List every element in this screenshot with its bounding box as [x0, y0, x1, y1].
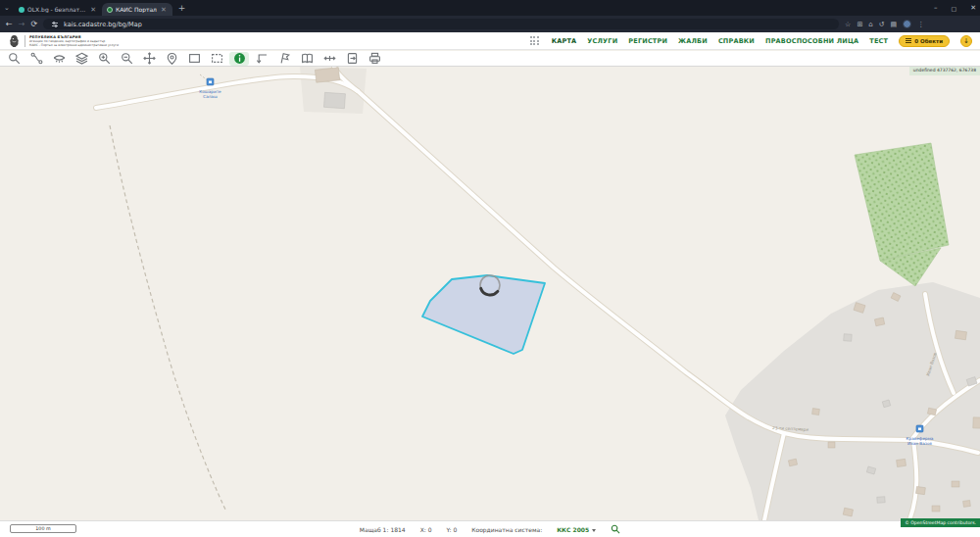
olx-favicon	[19, 7, 24, 13]
history-icon[interactable]: ↺	[879, 21, 885, 28]
close-tab-icon[interactable]: ✕	[160, 6, 168, 14]
location-pin-icon	[166, 52, 178, 65]
info-tool-button[interactable]	[229, 52, 249, 66]
forward-button[interactable]: →	[19, 20, 25, 28]
select-area-tool-button[interactable]	[207, 52, 226, 66]
x-coordinate: X: 0	[420, 526, 432, 533]
logo-line-3: КАИС - Портал за електронни администрати…	[29, 43, 119, 47]
download-objects-button[interactable]: ↓	[960, 35, 972, 47]
portal-header: РЕПУБЛИКА БЪЛГАРИЯ Агенция по геодезия, …	[0, 32, 980, 50]
tab-list-chevron-icon[interactable]: ⌄	[0, 4, 14, 12]
split-tool-button[interactable]	[319, 52, 339, 66]
identify-neighbors-tool-button[interactable]	[252, 52, 271, 66]
main-navigation: КАРТА УСЛУГИ РЕГИСТРИ ЖАЛБИ СПРАВКИ ПРАВ…	[530, 35, 972, 47]
profile-avatar[interactable]	[903, 20, 911, 28]
zoom-out-tool-button[interactable]	[117, 52, 136, 66]
eye-icon	[53, 52, 66, 65]
browser-address-bar: ← → ⟳ kais.cadastre.bg/bg/Map ☆ ⊞ ⌂ ↺ ▤ …	[0, 16, 980, 32]
y-coordinate: Y: 0	[447, 526, 458, 533]
document-export-tool-button[interactable]	[342, 52, 362, 66]
printer-icon	[368, 52, 381, 65]
nav-item-spravki[interactable]: СПРАВКИ	[718, 37, 755, 45]
select-rectangle-tool-button[interactable]	[184, 52, 204, 66]
map-toolbar	[0, 51, 980, 67]
layers-icon	[75, 52, 88, 65]
browser-menu-kebab-icon[interactable]: ⋮	[917, 21, 924, 28]
browser-tab-bar: ⌄ OLX.bg - безплатни обяви ✕ КАИС Портал…	[0, 0, 980, 16]
legend-book-tool-button[interactable]	[297, 52, 317, 66]
app-window: ⌄ OLX.bg - безплатни обяви ✕ КАИС Портал…	[0, 0, 980, 537]
layers-tool-button[interactable]	[72, 52, 91, 66]
info-icon	[233, 52, 246, 65]
nav-item-test[interactable]: ТЕСТ	[869, 37, 888, 45]
url-text: kais.cadastre.bg/bg/Map	[64, 21, 142, 28]
agency-logo[interactable]: РЕПУБЛИКА БЪЛГАРИЯ Агенция по геодезия, …	[8, 34, 119, 48]
map-graphics: 23-ти септември Иван Вазов Кошарите Сала…	[0, 67, 980, 520]
reading-list-icon[interactable]: ▤	[891, 21, 898, 28]
open-book-icon	[301, 52, 314, 65]
close-window-button[interactable]: ✕	[970, 4, 976, 12]
search-tool-button[interactable]	[4, 52, 24, 66]
coordinate-search-icon[interactable]	[611, 524, 620, 534]
back-button[interactable]: ←	[6, 20, 13, 28]
crs-label: Координатна система:	[471, 526, 542, 533]
mouse-coordinates: undefined 4737762, 676738	[909, 67, 980, 75]
reload-button[interactable]: ⟳	[30, 20, 37, 28]
minimize-window-button[interactable]: –	[934, 4, 938, 12]
objects-button-label: 0 Обекти	[914, 38, 943, 44]
kais-favicon	[107, 7, 113, 13]
svg-text:Иван Вазов: Иван Вазов	[907, 441, 932, 446]
zoom-out-icon	[121, 52, 133, 65]
tab-kais[interactable]: КАИС Портал ✕	[102, 3, 172, 16]
nav-item-zhalbi[interactable]: ЖАЛБИ	[678, 37, 708, 45]
nav-item-karta[interactable]: КАРТА	[552, 37, 577, 45]
rectangle-icon	[188, 52, 201, 65]
coat-of-arms-icon	[8, 34, 21, 48]
crs-value: ККС 2005	[557, 526, 589, 533]
nav-item-pravosposobni-litsa[interactable]: ПРАВОСПОСОБНИ ЛИЦА	[765, 37, 858, 45]
scale-bar: 100 m	[10, 524, 76, 533]
apps-grid-icon[interactable]	[530, 36, 539, 45]
crs-selector[interactable]: ККС 2005	[557, 526, 596, 533]
pan-tool-button[interactable]	[139, 52, 159, 66]
tab-olx[interactable]: OLX.bg - безплатни обяви ✕	[14, 3, 102, 16]
zoom-in-icon	[98, 52, 111, 65]
flag-tool-button[interactable]	[274, 52, 294, 66]
document-export-icon	[346, 52, 359, 65]
map-canvas[interactable]: undefined 4737762, 676738	[0, 67, 980, 520]
pan-icon	[143, 52, 156, 65]
split-icon	[323, 52, 336, 65]
search-icon	[8, 52, 21, 65]
zoom-in-tool-button[interactable]	[94, 52, 114, 66]
chevron-down-icon	[592, 529, 596, 532]
flag-icon	[278, 52, 291, 65]
extension-icon-2[interactable]: ⌂	[868, 21, 872, 28]
bookmark-star-icon[interactable]: ☆	[845, 21, 851, 28]
maximize-window-button[interactable]: ▢	[951, 5, 956, 12]
site-settings-icon[interactable]	[51, 21, 59, 28]
route-icon	[30, 52, 43, 65]
hamburger-icon	[906, 38, 911, 44]
tab-title: OLX.bg - безплатни обяви	[27, 6, 86, 13]
objects-button[interactable]: 0 Обекти	[899, 35, 950, 47]
osm-attribution[interactable]: © OpenStreetMap contributors.	[901, 518, 980, 527]
scale-readout: Мащаб 1: 1814	[360, 526, 406, 533]
location-pin-tool-button[interactable]	[162, 52, 181, 66]
close-tab-icon[interactable]: ✕	[89, 6, 97, 14]
tab-title: КАИС Портал	[116, 6, 157, 13]
print-tool-button[interactable]	[365, 52, 384, 66]
scale-value: 1814	[390, 526, 405, 533]
new-tab-button[interactable]: +	[178, 3, 186, 13]
route-tool-button[interactable]	[26, 52, 46, 66]
svg-text:Салаш: Салаш	[203, 94, 218, 99]
nav-item-uslugi[interactable]: УСЛУГИ	[587, 37, 617, 45]
visibility-tool-button[interactable]	[49, 52, 69, 66]
corner-arrow-icon	[256, 52, 269, 65]
extension-icon-1[interactable]: ⊞	[857, 21, 862, 28]
map-status-bar: Мащаб 1: 1814 X: 0 Y: 0 Координатна сист…	[0, 520, 980, 537]
dashed-rectangle-icon	[211, 52, 223, 65]
url-bar[interactable]: kais.cadastre.bg/bg/Map	[43, 19, 839, 29]
nav-item-registri[interactable]: РЕГИСТРИ	[628, 37, 667, 45]
